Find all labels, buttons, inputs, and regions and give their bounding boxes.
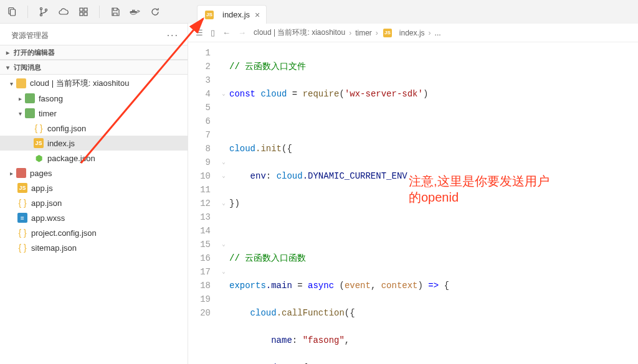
fold-icon[interactable]: ⌄ (218, 156, 229, 169)
editor-subbar: ☰ ▯ ← → cloud | 当前环境: xiaoshitou › timer… (188, 24, 638, 42)
section-project[interactable]: ▾ 订阅消息 (0, 60, 188, 75)
chevron-right-icon: ▸ (7, 170, 15, 177)
json-file-icon: { } (17, 228, 27, 238)
fold-gutter: ⌄ ⌄ ⌄ ⌄ ⌄ ⌄ (218, 42, 229, 364)
toolbar-separator (27, 6, 28, 18)
chevron-right-icon: ▸ (16, 95, 24, 102)
code-body[interactable]: // 云函数入口文件 const cloud = require('wx-ser… (229, 42, 638, 364)
json-file-icon: { } (17, 243, 27, 253)
svg-rect-12 (132, 9, 133, 11)
docker-icon[interactable] (130, 6, 141, 17)
breadcrumb[interactable]: cloud | 当前环境: xiaoshitou › timer › JS in… (254, 27, 441, 38)
tree-file-app-json[interactable]: { } app.json (0, 195, 188, 210)
tree-label: fasong (39, 94, 63, 103)
fold-icon[interactable]: ⌄ (218, 197, 229, 210)
tree-file-sitemap[interactable]: { } sitemap.json (0, 240, 188, 255)
wxss-file-icon: ≡ (17, 213, 27, 223)
section-label: 订阅消息 (14, 63, 41, 72)
file-tree: ▾ cloud | 当前环境: xiaoshitou ▸ fasong ▾ ti… (0, 75, 188, 364)
svg-rect-7 (80, 12, 83, 16)
chevron-down-icon: ▾ (7, 80, 15, 87)
tree-file-app-js[interactable]: JS app.js (0, 180, 188, 195)
fold-icon[interactable]: ⌄ (218, 169, 229, 183)
svg-point-4 (45, 9, 47, 11)
tree-label: app.json (31, 198, 62, 208)
chevron-down-icon: ▾ (16, 110, 24, 117)
tab-index-js[interactable]: JS index.js × (197, 5, 267, 24)
fold-icon[interactable]: ⌄ (218, 87, 229, 101)
save-icon[interactable] (110, 6, 121, 17)
tree-label: config.json (47, 124, 86, 133)
tree-folder-pages[interactable]: ▸ pages (0, 166, 188, 180)
tree-file-index-js[interactable]: JS index.js (0, 136, 188, 151)
tree-label: package.json (47, 154, 95, 163)
js-file-icon: JS (205, 11, 214, 19)
svg-rect-1 (11, 9, 16, 16)
fold-icon[interactable]: ⌄ (218, 238, 229, 251)
js-file-icon: JS (383, 29, 392, 37)
folder-icon (25, 93, 35, 103)
tree-label: app.js (31, 184, 53, 193)
bookmark-icon[interactable]: ▯ (211, 28, 215, 37)
section-open-editors[interactable]: ▸ 打开的编辑器 (0, 45, 188, 60)
editor-pane: ☰ ▯ ← → cloud | 当前环境: xiaoshitou › timer… (188, 24, 638, 364)
tree-file-config-json[interactable]: { } config.json (0, 121, 188, 136)
json-file-icon: { } (34, 123, 44, 133)
refresh-icon[interactable] (150, 6, 161, 17)
breadcrumb-more[interactable]: ... (435, 29, 441, 37)
tree-file-package-json[interactable]: ⬢ package.json (0, 151, 188, 166)
nav-forward-icon[interactable]: → (238, 28, 246, 37)
chevron-right-icon: › (429, 29, 431, 37)
svg-rect-6 (84, 8, 87, 11)
cloud-icon[interactable] (58, 6, 69, 17)
tab-label: index.js (222, 10, 250, 19)
chevron-right-icon: ▸ (4, 49, 11, 56)
chevron-right-icon: › (349, 29, 351, 37)
toolbar-separator (99, 6, 100, 18)
svg-point-2 (40, 7, 42, 9)
chevron-right-icon: › (376, 29, 378, 37)
svg-point-3 (40, 14, 42, 16)
folder-icon (25, 108, 35, 118)
line-number-gutter: 1234567891011121314151617181920 (188, 42, 218, 364)
sidebar-title: 资源管理器 (11, 30, 49, 41)
node-file-icon: ⬢ (34, 153, 44, 163)
tree-label: timer (39, 109, 57, 118)
tree-label: app.wxss (31, 213, 65, 223)
folder-icon (16, 78, 26, 88)
branch-icon[interactable] (38, 6, 49, 17)
outline-icon[interactable]: ☰ (196, 28, 203, 37)
code-editor[interactable]: 1234567891011121314151617181920 ⌄ ⌄ ⌄ ⌄ … (188, 42, 638, 364)
nav-back-icon[interactable]: ← (222, 28, 231, 37)
sidebar-header: 资源管理器 ··· (0, 24, 188, 45)
chevron-down-icon: ▾ (4, 64, 11, 71)
json-file-icon: { } (17, 198, 27, 208)
svg-rect-13 (133, 9, 135, 11)
fold-icon[interactable]: ⌄ (218, 265, 229, 279)
tree-folder-timer[interactable]: ▾ timer (0, 106, 188, 121)
svg-rect-8 (84, 12, 87, 16)
breadcrumb-part[interactable]: cloud | 当前环境: xiaoshitou (254, 27, 345, 38)
close-icon[interactable]: × (255, 10, 260, 20)
tree-folder-cloud[interactable]: ▾ cloud | 当前环境: xiaoshitou (0, 76, 188, 91)
folder-icon (16, 168, 26, 178)
tree-folder-fasong[interactable]: ▸ fasong (0, 91, 188, 106)
files-icon[interactable] (6, 6, 17, 17)
tree-file-project-config[interactable]: { } project.config.json (0, 225, 188, 240)
tree-label: index.js (47, 139, 75, 148)
tree-label: sitemap.json (31, 243, 77, 253)
grid-icon[interactable] (78, 6, 89, 17)
tree-label: project.config.json (31, 228, 97, 238)
breadcrumb-part[interactable]: timer (355, 29, 372, 37)
top-toolbar: JS index.js × (0, 0, 638, 24)
more-icon[interactable]: ··· (167, 30, 179, 41)
tree-file-app-wxss[interactable]: ≡ app.wxss (0, 210, 188, 225)
tree-label: cloud | 当前环境: xiaoshitou (30, 78, 129, 89)
breadcrumb-part[interactable]: index.js (399, 29, 425, 37)
js-file-icon: JS (17, 183, 27, 193)
js-file-icon: JS (34, 138, 44, 148)
svg-rect-5 (80, 8, 83, 11)
sidebar: 资源管理器 ··· ▸ 打开的编辑器 ▾ 订阅消息 ▾ cloud | 当前环境… (0, 24, 188, 364)
tree-label: pages (30, 169, 52, 178)
editor-tabs: JS index.js × (188, 0, 638, 24)
